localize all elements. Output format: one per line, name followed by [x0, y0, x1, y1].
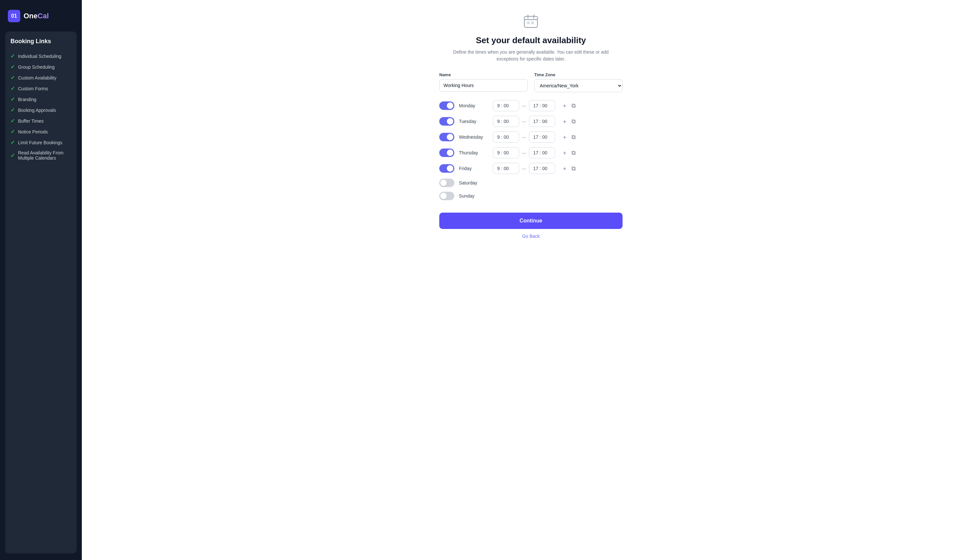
time-separator-wednesday: — — [522, 135, 526, 140]
check-icon-2: ✓ — [10, 75, 15, 81]
sidebar-card: Booking Links ✓ Individual Scheduling ✓ … — [5, 32, 77, 553]
time-inputs-monday: 9 : 00 — 17 : 00 — [493, 100, 555, 111]
day-row-saturday: Saturday — [439, 178, 623, 187]
continue-button[interactable]: Continue — [439, 213, 623, 229]
add-slot-wednesday[interactable]: ＋ — [561, 132, 568, 142]
toggle-saturday[interactable] — [439, 178, 454, 187]
svg-rect-0 — [524, 17, 538, 27]
sidebar-item-5[interactable]: ✓ Booking Approvals — [10, 105, 71, 115]
sidebar-item-label-6: Buffer Times — [18, 118, 43, 123]
sidebar-item-6[interactable]: ✓ Buffer Times — [10, 115, 71, 126]
page-subtitle: Define the times when you are generally … — [452, 49, 609, 62]
end-time-friday[interactable]: 17 : 00 — [529, 163, 555, 174]
svg-rect-4 — [527, 22, 529, 24]
toggle-friday[interactable] — [439, 164, 454, 173]
sidebar-item-9[interactable]: ✓ Read Availability From Multiple Calend… — [10, 148, 71, 163]
day-actions-thursday: ＋ ⧉ — [561, 148, 576, 157]
sidebar-item-label-3: Custom Forms — [18, 86, 48, 91]
copy-slot-monday[interactable]: ⧉ — [571, 102, 576, 110]
check-icon-9: ✓ — [10, 152, 15, 158]
sidebar-item-label-7: Notice Periods — [18, 129, 48, 135]
toggle-thumb-wednesday — [447, 134, 453, 140]
add-slot-monday[interactable]: ＋ — [561, 101, 568, 110]
time-inputs-tuesday: 9 : 00 — 17 : 00 — [493, 116, 555, 127]
logo-area: 01 OneCal — [0, 7, 82, 32]
toggle-track-saturday[interactable] — [439, 178, 454, 187]
add-slot-friday[interactable]: ＋ — [561, 164, 568, 173]
day-row-thursday: Thursday 9 : 00 — 17 : 00 ＋ ⧉ — [439, 147, 623, 158]
day-actions-friday: ＋ ⧉ — [561, 164, 576, 173]
day-name-sunday: Sunday — [459, 193, 488, 198]
sidebar-item-3[interactable]: ✓ Custom Forms — [10, 83, 71, 94]
sidebar-item-7[interactable]: ✓ Notice Periods — [10, 126, 71, 137]
time-inputs-thursday: 9 : 00 — 17 : 00 — [493, 147, 555, 158]
day-row-friday: Friday 9 : 00 — 17 : 00 ＋ ⧉ — [439, 163, 623, 174]
time-inputs-friday: 9 : 00 — 17 : 00 — [493, 163, 555, 174]
end-time-wednesday[interactable]: 17 : 00 — [529, 132, 555, 143]
check-icon-4: ✓ — [10, 96, 15, 102]
toggle-thumb-tuesday — [447, 118, 453, 125]
start-time-monday[interactable]: 9 : 00 — [493, 100, 519, 111]
copy-slot-friday[interactable]: ⧉ — [571, 165, 576, 173]
toggle-thursday[interactable] — [439, 148, 454, 157]
copy-slot-thursday[interactable]: ⧉ — [571, 149, 576, 157]
start-time-thursday[interactable]: 9 : 00 — [493, 147, 519, 158]
day-actions-monday: ＋ ⧉ — [561, 101, 576, 110]
sidebar-items-list: ✓ Individual Scheduling ✓ Group Scheduli… — [10, 51, 71, 163]
check-icon-5: ✓ — [10, 107, 15, 113]
sidebar-item-label-0: Individual Scheduling — [18, 53, 61, 59]
toggle-track-wednesday[interactable] — [439, 133, 454, 141]
day-name-wednesday: Wednesday — [459, 135, 488, 140]
check-icon-8: ✓ — [10, 139, 15, 145]
sidebar-item-label-1: Group Scheduling — [18, 65, 55, 70]
timezone-select[interactable]: America/New_York America/Los_Angeles Ame… — [534, 79, 623, 92]
end-time-monday[interactable]: 17 : 00 — [529, 100, 555, 111]
logo-text: OneCal — [23, 12, 49, 20]
sidebar-item-0[interactable]: ✓ Individual Scheduling — [10, 51, 71, 62]
end-time-thursday[interactable]: 17 : 00 — [529, 147, 555, 158]
sidebar: 01 OneCal Booking Links ✓ Individual Sch… — [0, 0, 82, 560]
day-row-tuesday: Tuesday 9 : 00 — 17 : 00 ＋ ⧉ — [439, 116, 623, 127]
end-time-tuesday[interactable]: 17 : 00 — [529, 116, 555, 127]
day-actions-wednesday: ＋ ⧉ — [561, 132, 576, 142]
day-row-sunday: Sunday — [439, 192, 623, 200]
day-name-monday: Monday — [459, 103, 488, 108]
day-row-monday: Monday 9 : 00 — 17 : 00 ＋ ⧉ — [439, 100, 623, 111]
copy-slot-tuesday[interactable]: ⧉ — [571, 117, 576, 126]
add-slot-tuesday[interactable]: ＋ — [561, 117, 568, 126]
toggle-track-tuesday[interactable] — [439, 117, 454, 126]
sidebar-item-1[interactable]: ✓ Group Scheduling — [10, 62, 71, 72]
toggle-monday[interactable] — [439, 102, 454, 110]
check-icon-1: ✓ — [10, 64, 15, 70]
copy-slot-wednesday[interactable]: ⧉ — [571, 133, 576, 141]
sidebar-item-label-8: Limit Future Bookings — [18, 140, 62, 145]
toggle-track-thursday[interactable] — [439, 148, 454, 157]
toggle-thumb-sunday — [440, 193, 447, 199]
start-time-wednesday[interactable]: 9 : 00 — [493, 132, 519, 143]
toggle-tuesday[interactable] — [439, 117, 454, 126]
toggle-thumb-thursday — [447, 150, 453, 156]
time-separator-monday: — — [522, 103, 526, 108]
days-container: Monday 9 : 00 — 17 : 00 ＋ ⧉ — [439, 100, 623, 200]
toggle-thumb-monday — [447, 102, 453, 109]
go-back-button[interactable]: Go Back — [439, 233, 623, 239]
sidebar-item-8[interactable]: ✓ Limit Future Bookings — [10, 137, 71, 148]
toggle-thumb-friday — [447, 165, 453, 172]
calendar-icon — [523, 13, 539, 32]
day-row-wednesday: Wednesday 9 : 00 — 17 : 00 ＋ ⧉ — [439, 132, 623, 143]
sidebar-item-2[interactable]: ✓ Custom Availability — [10, 72, 71, 83]
add-slot-thursday[interactable]: ＋ — [561, 148, 568, 157]
toggle-sunday[interactable] — [439, 192, 454, 200]
time-separator-friday: — — [522, 166, 526, 171]
sidebar-item-4[interactable]: ✓ Branding — [10, 94, 71, 105]
toggle-track-sunday[interactable] — [439, 192, 454, 200]
toggle-track-monday[interactable] — [439, 102, 454, 110]
form-container: Name Time Zone America/New_York America/… — [439, 72, 623, 239]
toggle-wednesday[interactable] — [439, 133, 454, 141]
start-time-friday[interactable]: 9 : 00 — [493, 163, 519, 174]
name-input[interactable] — [439, 79, 528, 92]
page-title: Set your default availability — [476, 35, 586, 45]
sidebar-item-label-5: Booking Approvals — [18, 108, 56, 113]
start-time-tuesday[interactable]: 9 : 00 — [493, 116, 519, 127]
toggle-track-friday[interactable] — [439, 164, 454, 173]
